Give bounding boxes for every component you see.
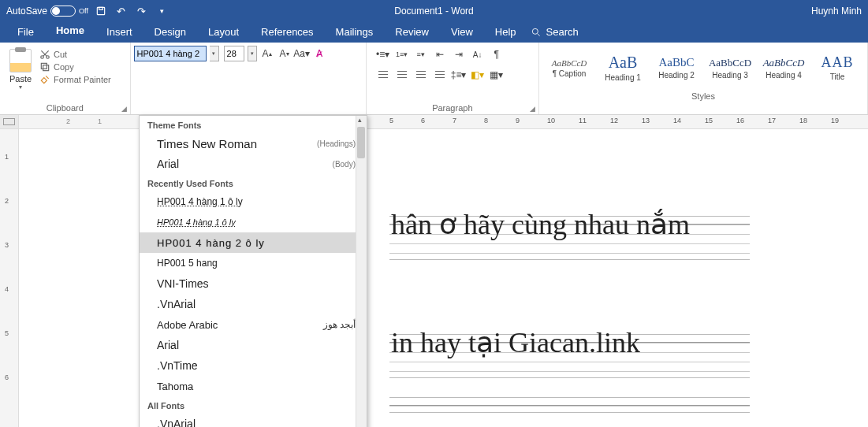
align-center-icon[interactable] (395, 68, 409, 82)
font-name-preview: HP001 4 hàng 2 ô ly (157, 237, 265, 249)
style-heading-2[interactable]: AaBbCHeading 2 (651, 46, 702, 90)
font-name-preview: Times New Roman (157, 137, 257, 150)
qat-customize-icon[interactable]: ▾ (155, 3, 170, 19)
align-right-icon[interactable] (414, 68, 428, 82)
cut-button[interactable]: Cut (39, 49, 111, 60)
grow-font-icon[interactable]: A▴ (260, 46, 274, 61)
shading-icon[interactable]: ◧▾ (471, 68, 485, 82)
tab-view[interactable]: View (440, 23, 484, 43)
style-preview: AaBbCcD (552, 58, 587, 68)
sort-icon[interactable]: A↓ (471, 47, 485, 61)
ruler-tick: 2 (5, 197, 9, 205)
paste-button[interactable]: Paste ▾ (5, 46, 36, 98)
tab-insert[interactable]: Insert (95, 23, 143, 43)
line-spacing-icon[interactable]: ‡≡▾ (452, 68, 466, 82)
numbering-icon[interactable]: 1≡▾ (395, 47, 409, 61)
font-name-preview: .VnArial (157, 418, 196, 427)
font-size-input[interactable] (224, 46, 244, 61)
cut-label: Cut (54, 50, 67, 59)
font-option[interactable]: .VnArial (140, 414, 367, 427)
ruler-tick: 13 (642, 117, 650, 124)
font-size-dropdown-button[interactable]: ▾ (248, 46, 257, 61)
search-box[interactable]: Search (531, 26, 579, 43)
ruler-tick: 14 (673, 117, 681, 124)
group-paragraph: •≡▾ 1≡▾ ≡▾ ⇤ ⇥ A↓ ¶ ‡≡▾ ◧▾ ▦▾ Paragraph … (367, 43, 539, 114)
font-option[interactable]: HP001 4 hàng 2 ô ly (140, 232, 367, 253)
scrollbar-thumb[interactable] (357, 127, 365, 158)
font-hint: (Headings) (317, 139, 356, 148)
tab-file[interactable]: File (6, 23, 45, 43)
copy-button[interactable]: Copy (39, 61, 111, 72)
tab-design[interactable]: Design (143, 23, 197, 43)
multilevel-icon[interactable]: ≡▾ (414, 47, 428, 61)
show-marks-icon[interactable]: ¶ (490, 47, 504, 61)
font-hint: (Body) (333, 160, 356, 169)
font-option[interactable]: VNI-Times (140, 273, 367, 294)
tab-help[interactable]: Help (484, 23, 527, 43)
align-left-icon[interactable] (376, 68, 390, 82)
svg-rect-8 (43, 65, 49, 71)
change-case-icon[interactable]: Aa▾ (295, 46, 309, 61)
chevron-down-icon[interactable]: ▾ (19, 84, 22, 91)
font-option[interactable]: Arial (140, 335, 367, 355)
shrink-font-icon[interactable]: A▾ (278, 46, 292, 61)
bullets-icon[interactable]: •≡▾ (376, 47, 390, 61)
font-name-preview: .VnArial (157, 298, 196, 310)
style-preview: AAB (821, 54, 853, 71)
style-label: Heading 3 (712, 71, 748, 80)
font-name-dropdown-button[interactable]: ▾ (210, 46, 219, 61)
ribbon: Paste ▾ Cut Copy Format Painter Clipboar… (0, 43, 868, 115)
font-option[interactable]: Times New Roman(Headings) (140, 133, 367, 154)
format-painter-button[interactable]: Format Painter (39, 74, 111, 85)
font-name-input[interactable] (134, 46, 207, 61)
justify-icon[interactable] (433, 68, 447, 82)
theme-fonts-header: Theme Fonts (140, 116, 367, 133)
recent-fonts-header: Recently Used Fonts (140, 174, 367, 191)
dialog-launcher-icon[interactable]: ◢ (367, 105, 538, 114)
save-icon[interactable] (93, 3, 109, 19)
svg-point-2 (532, 28, 538, 34)
document-area: 123456 hân ơ hãy cùng nhau nắm in hay tạ… (0, 129, 868, 427)
ruler-tick: 5 (5, 329, 9, 337)
font-option[interactable]: HP001 5 hang (140, 253, 367, 273)
ruler-tick: 2 (66, 117, 70, 125)
font-dropdown-list[interactable]: Theme Fonts Times New Roman(Headings)Ari… (139, 115, 367, 427)
style--caption[interactable]: AaBbCcD¶ Caption (544, 46, 594, 90)
font-option[interactable]: Tahoma (140, 376, 367, 396)
tab-home[interactable]: Home (45, 21, 95, 43)
style-label: Heading 1 (605, 73, 641, 82)
style-heading-4[interactable]: AaBbCcDHeading 4 (758, 46, 809, 90)
redo-icon[interactable]: ↷ (134, 3, 150, 19)
borders-icon[interactable]: ▦▾ (490, 68, 504, 82)
style-heading-3[interactable]: AaBbCcDHeading 3 (705, 46, 755, 90)
tab-layout[interactable]: Layout (197, 23, 250, 43)
increase-indent-icon[interactable]: ⇥ (452, 47, 466, 61)
scrollbar[interactable] (356, 116, 367, 427)
autosave-toggle[interactable]: AutoSave Off (6, 6, 88, 17)
undo-icon[interactable]: ↶ (114, 3, 129, 19)
vertical-ruler[interactable]: 123456 (0, 129, 19, 427)
font-option[interactable]: HP001 4 hàng 1 ô ly (140, 191, 367, 212)
font-option[interactable]: .VnArial (140, 294, 367, 314)
font-option[interactable]: Arial(Body) (140, 154, 367, 174)
font-option[interactable]: .VnTime (140, 355, 367, 376)
tab-review[interactable]: Review (384, 23, 440, 43)
tab-references[interactable]: References (250, 23, 324, 43)
style-title[interactable]: AABTitle (812, 46, 862, 90)
clear-formatting-icon[interactable]: A̷ (312, 46, 326, 61)
tab-mailings[interactable]: Mailings (325, 23, 385, 43)
font-option[interactable]: HP001 4 hàng 1 ô ly (140, 212, 367, 232)
toggle-pill-icon (50, 6, 76, 17)
style-heading-1[interactable]: AaBHeading 1 (598, 46, 648, 90)
ruler-tick: 4 (5, 285, 9, 293)
font-name-preview: Tahoma (157, 381, 193, 392)
user-name[interactable]: Huynh Minh (811, 6, 862, 17)
decrease-indent-icon[interactable]: ⇤ (433, 47, 447, 61)
horizontal-ruler[interactable]: 2 1 5678910111213141516171819 (0, 115, 868, 129)
tab-selector-icon[interactable] (0, 115, 19, 128)
document-text-line-1[interactable]: hân ơ hãy cùng nhau nắm (391, 208, 690, 241)
font-option[interactable]: Adobe Arabicأبجد هوز (140, 314, 367, 335)
dialog-launcher-icon[interactable]: ◢ (0, 105, 130, 114)
document-text-line-2[interactable]: in hay tại Giacan.link (391, 326, 640, 359)
ruler-tick: 1 (98, 117, 102, 125)
